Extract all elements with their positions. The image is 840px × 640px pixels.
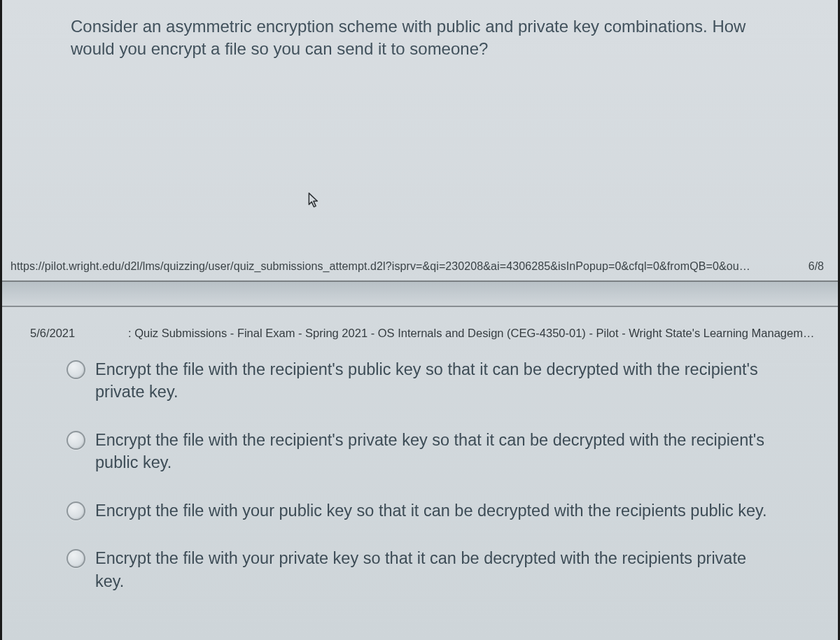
print-footer: https://pilot.wright.edu/d2l/lms/quizzin… [2, 255, 838, 280]
radio-icon[interactable] [66, 549, 85, 568]
meta-title: : Quiz Submissions - Final Exam - Spring… [128, 327, 824, 340]
cursor-icon [308, 192, 321, 209]
footer-page-number: 6/8 [800, 260, 824, 273]
option-text: Encrypt the file with your private key s… [95, 547, 775, 592]
option-2[interactable]: Encrypt the file with the recipient's pr… [66, 429, 775, 474]
answers-region: 5/6/2021 : Quiz Submissions - Final Exam… [2, 307, 838, 592]
radio-icon[interactable] [66, 431, 85, 450]
option-3[interactable]: Encrypt the file with your public key so… [66, 499, 775, 522]
footer-url: https://pilot.wright.edu/d2l/lms/quizzin… [10, 260, 750, 273]
meta-date: 5/6/2021 [30, 327, 128, 340]
option-1[interactable]: Encrypt the file with the recipient's pu… [66, 358, 775, 404]
radio-icon[interactable] [66, 360, 85, 379]
page-gap [2, 282, 838, 307]
question-text: Consider an asymmetric encryption scheme… [13, 0, 827, 61]
option-text: Encrypt the file with the recipient's pr… [95, 429, 775, 474]
question-region: Consider an asymmetric encryption scheme… [2, 0, 838, 282]
option-4[interactable]: Encrypt the file with your private key s… [66, 547, 775, 592]
option-text: Encrypt the file with the recipient's pu… [95, 358, 775, 404]
page-container: Consider an asymmetric encryption scheme… [0, 0, 840, 640]
option-text: Encrypt the file with your public key so… [95, 499, 767, 522]
options-list: Encrypt the file with the recipient's pu… [2, 357, 838, 592]
radio-icon[interactable] [66, 502, 85, 520]
page-header-meta: 5/6/2021 : Quiz Submissions - Final Exam… [2, 307, 838, 357]
